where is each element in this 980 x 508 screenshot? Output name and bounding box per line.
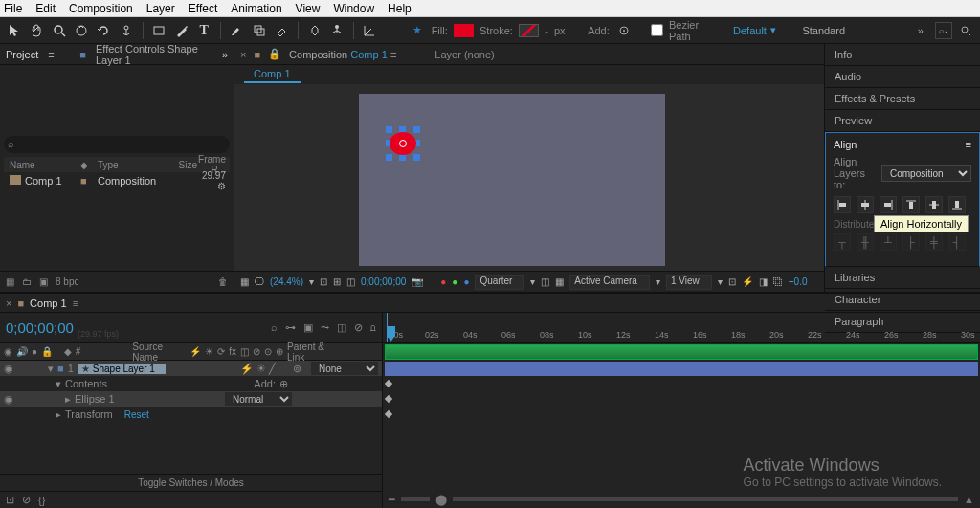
toggle-switches-modes[interactable]: Toggle Switches / Modes: [0, 474, 382, 491]
search-help-icon[interactable]: ⌕▸: [935, 22, 952, 39]
bezier-checkbox[interactable]: [651, 24, 663, 36]
pixel-aspect-icon[interactable]: ⊡: [728, 276, 736, 287]
menu-help[interactable]: Help: [388, 2, 412, 15]
selection-tool-icon[interactable]: [6, 22, 22, 39]
parent-dropdown[interactable]: None: [311, 362, 378, 375]
star-icon[interactable]: ★: [409, 22, 425, 39]
align-left-icon[interactable]: [834, 196, 851, 213]
rotate-tool-icon[interactable]: [96, 22, 112, 39]
camera-dropdown[interactable]: Active Camera: [569, 275, 650, 290]
zoom-dropdown[interactable]: (24.4%): [270, 276, 303, 287]
rectangle-tool-icon[interactable]: [151, 22, 167, 39]
align-to-dropdown[interactable]: Composition: [881, 165, 971, 182]
type-tool-icon[interactable]: T: [195, 22, 212, 39]
draft3d-icon[interactable]: ▣: [303, 321, 313, 334]
grid-icon[interactable]: ⊞: [333, 276, 341, 287]
stroke-width-value[interactable]: -: [545, 25, 548, 36]
keyframe-icon[interactable]: [385, 395, 392, 403]
exposure-value[interactable]: +0.0: [789, 276, 808, 287]
lock-column-icon[interactable]: 🔒: [41, 346, 53, 357]
composition-canvas[interactable]: [359, 94, 665, 266]
col-size[interactable]: Size: [163, 160, 197, 170]
align-bottom-icon[interactable]: [948, 196, 966, 213]
zoom-tool-icon[interactable]: [51, 22, 67, 39]
twirl-icon[interactable]: ▸: [56, 409, 61, 421]
brush-tool-icon[interactable]: [229, 22, 245, 39]
zoom-out-icon[interactable]: ━: [389, 494, 395, 506]
render-queue-icon[interactable]: ⊡: [6, 494, 14, 506]
puppet-tool-icon[interactable]: [328, 22, 345, 39]
display-icon[interactable]: 🖵: [255, 276, 264, 287]
panel-menu-icon[interactable]: ≡: [73, 298, 78, 309]
guides-icon[interactable]: ◫: [346, 276, 355, 287]
eye-toggle-icon[interactable]: ◉: [4, 363, 13, 375]
col-type[interactable]: Type: [98, 160, 163, 170]
resolution-dropdown[interactable]: Quarter: [475, 275, 524, 290]
preview-panel-header[interactable]: Preview: [825, 110, 980, 132]
time-display[interactable]: 0;00;00;00: [361, 276, 406, 287]
interpret-icon[interactable]: ▦: [6, 276, 14, 287]
timeline-tab[interactable]: Comp 1: [30, 298, 67, 309]
align-top-icon[interactable]: [902, 196, 920, 213]
roi-icon[interactable]: ◫: [541, 276, 549, 287]
align-vcenter-icon[interactable]: [925, 196, 943, 213]
comp-name-link[interactable]: Comp 1: [350, 49, 388, 60]
menu-view[interactable]: View: [296, 2, 321, 15]
keyframe-icon[interactable]: [385, 380, 392, 387]
project-search-input[interactable]: [4, 136, 230, 153]
ellipse-shape[interactable]: [386, 126, 420, 161]
twirl-icon[interactable]: ▸: [65, 393, 71, 406]
info-panel-header[interactable]: Info: [825, 44, 980, 66]
timeline-tracks[interactable]: :00s 02s 04s 06s 08s 10s 12s 14s 16s 18s…: [383, 313, 980, 508]
view-preset-dropdown[interactable]: Standard: [802, 25, 845, 36]
brackets-icon[interactable]: {}: [38, 495, 45, 506]
fast-preview-icon[interactable]: ⚡: [742, 276, 753, 287]
transform-row[interactable]: ▸ Transform Reset: [0, 407, 382, 422]
flowchart-icon[interactable]: ⿻: [773, 276, 783, 287]
menu-animation[interactable]: Animation: [231, 2, 281, 15]
bpc-toggle[interactable]: 8 bpc: [56, 276, 78, 287]
menu-effect[interactable]: Effect: [189, 2, 217, 15]
timeline-icon[interactable]: ◨: [759, 276, 768, 287]
add-menu-icon[interactable]: ⊕: [279, 378, 288, 390]
panel-menu-icon[interactable]: ≡: [48, 49, 54, 60]
reset-link[interactable]: Reset: [124, 409, 149, 420]
shy-icon[interactable]: ⤳: [321, 321, 329, 334]
panel-menu-icon[interactable]: ≡: [966, 139, 971, 150]
layer-name[interactable]: ★Shape Layer 1: [78, 364, 166, 374]
layer-tab[interactable]: Layer (none): [434, 49, 494, 60]
effects-presets-panel-header[interactable]: Effects & Presets: [825, 88, 980, 110]
frame-blend-icon[interactable]: ◫: [337, 321, 346, 334]
anchor-tool-icon[interactable]: [118, 22, 134, 39]
comp-mini-flowchart-icon[interactable]: ⊶: [285, 321, 296, 334]
col-tag[interactable]: ◆: [80, 160, 98, 170]
layer-row-shape-layer-1[interactable]: ◉ ▾ ■ 1 ★Shape Layer 1 ⚡☀╱ ⊚ None: [0, 361, 382, 376]
ellipse-row[interactable]: ◉ ▸ Ellipse 1 Normal: [0, 391, 382, 407]
menu-file[interactable]: File: [4, 2, 22, 15]
trash-icon[interactable]: 🗑: [218, 276, 228, 287]
zoom-in-icon[interactable]: ▲: [964, 494, 974, 505]
comp-tab[interactable]: Comp 1: [244, 66, 301, 83]
local-axis-icon[interactable]: [362, 22, 378, 39]
views-dropdown[interactable]: 1 View: [666, 275, 712, 290]
col-name[interactable]: Name: [4, 160, 80, 170]
mask-toggle-icon[interactable]: ▦: [240, 276, 249, 287]
resolution-icon[interactable]: ⊡: [320, 276, 327, 287]
menu-window[interactable]: Window: [333, 2, 374, 15]
work-area-bar[interactable]: [385, 344, 978, 360]
clone-tool-icon[interactable]: [251, 22, 267, 39]
orbit-tool-icon[interactable]: [73, 22, 89, 39]
blend-mode-dropdown[interactable]: Normal: [225, 392, 292, 406]
align-hcenter-icon[interactable]: [857, 196, 874, 213]
search-icon[interactable]: ⌕: [271, 321, 278, 334]
transparency-icon[interactable]: ▦: [555, 276, 564, 287]
add-menu-icon[interactable]: [615, 22, 632, 39]
layer-duration-bar[interactable]: [385, 362, 978, 376]
current-time[interactable]: 0;00;00;00: [6, 320, 74, 336]
label-column-icon[interactable]: ◆: [64, 346, 72, 357]
fill-swatch[interactable]: [454, 24, 474, 37]
align-right-icon[interactable]: [880, 196, 897, 213]
eye-column-icon[interactable]: ◉: [4, 346, 12, 357]
overflow-icon[interactable]: »: [222, 49, 228, 60]
snapshot-icon[interactable]: 📷: [412, 276, 423, 287]
